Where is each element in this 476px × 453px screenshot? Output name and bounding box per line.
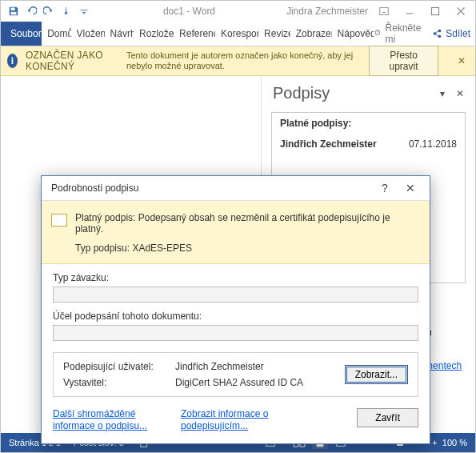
tab-help[interactable]: Nápověda	[332, 22, 374, 46]
tab-references[interactable]: Reference	[174, 22, 215, 46]
share-label: Sdílet	[446, 28, 470, 39]
redo-icon[interactable]	[41, 3, 57, 19]
signature-type-text: Typ podpisu: XAdES-EPES	[75, 243, 420, 254]
signer-info-link[interactable]: Zobrazit informace o podepisujícím...	[181, 408, 285, 432]
svg-rect-0	[11, 8, 15, 11]
tell-me-label: Řekněte mi	[386, 22, 424, 45]
purpose-label: Účel podepsání tohoto dokumentu:	[53, 311, 418, 322]
svg-rect-1	[11, 12, 17, 15]
zoom-in-button[interactable]: +	[432, 438, 437, 447]
commitment-label: Typ závazku:	[53, 272, 418, 283]
show-button[interactable]: Zobrazit...	[345, 365, 408, 384]
marked-final-desc: Tento dokument je autorem označen jako k…	[126, 50, 361, 71]
tab-view[interactable]: Zobrazení	[290, 22, 332, 46]
tab-insert[interactable]: Vložení	[71, 22, 105, 46]
signer-value: Jindřich Zechmeister	[175, 361, 345, 372]
window-title: doc1 - Word	[92, 6, 286, 17]
tell-me-search[interactable]: Řekněte mi	[374, 22, 424, 45]
close-button[interactable]: Zavřít	[357, 408, 418, 427]
dialog-close-icon[interactable]: ✕	[398, 178, 423, 198]
tab-design[interactable]: Návrh	[105, 22, 134, 46]
issuer-value: DigiCert SHA2 Assured ID CA	[175, 377, 345, 388]
svg-rect-4	[432, 8, 439, 15]
signer-label: Podepisující uživatel:	[63, 361, 175, 372]
signature-date: 07.11.2018	[409, 138, 457, 150]
signature-row[interactable]: Jindřich Zechmeister 07.11.2018	[272, 134, 465, 154]
edit-anyway-button[interactable]: Přesto upravit	[369, 46, 438, 76]
tab-mailings[interactable]: Korespondence	[215, 22, 258, 46]
commitment-field	[53, 287, 418, 303]
svg-rect-3	[406, 13, 414, 14]
close-icon[interactable]	[451, 3, 470, 19]
signatures-pane-title: Podpisy	[273, 84, 440, 102]
purpose-field	[53, 325, 418, 341]
issuer-label: Vystavitel:	[63, 377, 175, 388]
marked-final-badge: OZNAČEN JAKO KONEČNÝ	[26, 50, 118, 72]
qat-more-icon[interactable]	[76, 3, 92, 19]
info-icon: i	[7, 54, 18, 68]
touch-mode-icon[interactable]	[58, 3, 74, 19]
signer-name: Jindřich Zechmeister	[280, 138, 409, 150]
maximize-icon[interactable]	[426, 3, 445, 19]
more-signature-info-link[interactable]: Další shromážděné informace o podpisu...	[53, 408, 157, 432]
valid-signatures-header: Platné podpisy:	[272, 113, 465, 134]
zoom-level[interactable]: 100 %	[442, 438, 467, 447]
infobar-close-icon[interactable]: ✕	[454, 55, 469, 66]
signature-details-dialog: Podrobnosti podpisu ? ✕ Platný podpis: P…	[41, 175, 430, 444]
tab-review[interactable]: Revize	[258, 22, 290, 46]
tab-file[interactable]: Soubor	[1, 22, 42, 46]
share-button[interactable]: Sdílet	[431, 28, 470, 39]
certificate-icon	[51, 214, 67, 226]
undo-icon[interactable]	[23, 3, 39, 19]
tab-layout[interactable]: Rozložení	[134, 22, 174, 46]
minimize-icon[interactable]	[400, 3, 419, 19]
dialog-help-button[interactable]: ?	[372, 178, 398, 198]
svg-rect-2	[380, 8, 389, 15]
valid-signature-text: Platný podpis: Podepsaný obsah se nezměn…	[75, 212, 420, 235]
dialog-title: Podrobnosti podpisu	[51, 182, 138, 194]
ribbon-options-icon[interactable]	[374, 3, 394, 19]
user-name: Jindra Zechmeister	[286, 6, 368, 17]
pane-menu-icon[interactable]: ▾	[440, 88, 445, 99]
save-icon[interactable]	[6, 3, 22, 19]
pane-close-icon[interactable]: ✕	[456, 88, 464, 99]
tab-home[interactable]: Domů	[42, 22, 70, 46]
